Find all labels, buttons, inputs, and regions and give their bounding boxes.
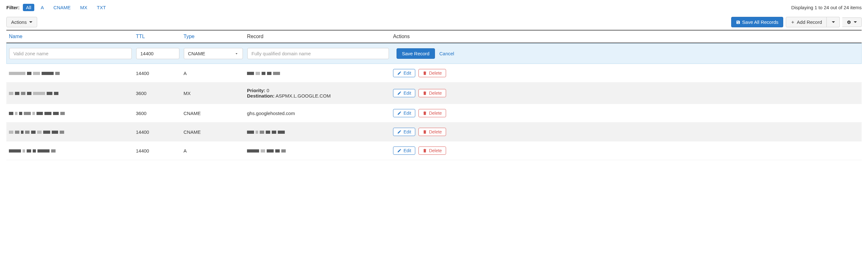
plus-icon: [790, 20, 795, 25]
delete-button[interactable]: Delete: [418, 89, 446, 97]
pencil-icon: [397, 91, 402, 95]
add-record-label: Add Record: [797, 20, 822, 25]
gear-icon: [847, 20, 851, 25]
save-all-records-button[interactable]: Save All Records: [731, 17, 783, 27]
cell-name: [9, 148, 136, 153]
cell-type: A: [184, 70, 247, 76]
priority-value: 0: [267, 88, 269, 93]
cell-type: CNAME: [184, 111, 247, 116]
save-icon: [736, 20, 740, 25]
column-record: Record: [247, 34, 393, 39]
cell-ttl: 14400: [136, 148, 184, 153]
table-row: 14400 A Edit Delete: [6, 64, 862, 83]
redacted-text: [9, 72, 60, 75]
delete-button[interactable]: Delete: [418, 109, 446, 117]
cell-ttl: 14400: [136, 70, 184, 76]
pencil-icon: [397, 148, 402, 153]
table-row: 3600 CNAME ghs.googlehosted.com Edit Del…: [6, 104, 862, 123]
column-type[interactable]: Type: [184, 34, 247, 39]
destination-label: Destination:: [247, 93, 275, 98]
delete-label: Delete: [429, 111, 442, 116]
delete-label: Delete: [429, 91, 442, 96]
trash-icon: [423, 91, 427, 95]
filter-group: Filter: All A CNAME MX TXT: [6, 4, 109, 11]
filter-txt[interactable]: TXT: [94, 4, 109, 11]
filter-mx[interactable]: MX: [77, 4, 91, 11]
edit-label: Edit: [404, 70, 411, 75]
edit-label: Edit: [404, 91, 411, 96]
actions-label: Actions: [11, 20, 27, 25]
column-name[interactable]: Name: [9, 34, 136, 39]
redacted-text: [9, 149, 56, 153]
redacted-text: [9, 92, 58, 95]
edit-button[interactable]: Edit: [393, 89, 415, 97]
cell-name: [9, 129, 136, 135]
redacted-text: [9, 112, 65, 115]
delete-label: Delete: [429, 129, 442, 134]
save-record-button[interactable]: Save Record: [397, 48, 435, 59]
redacted-text: [247, 149, 286, 153]
edit-button[interactable]: Edit: [393, 69, 415, 77]
edit-button[interactable]: Edit: [393, 128, 415, 136]
filter-a[interactable]: A: [37, 4, 47, 11]
delete-button[interactable]: Delete: [418, 147, 446, 155]
pencil-icon: [397, 71, 402, 75]
cell-name: [9, 111, 136, 116]
edit-button[interactable]: Edit: [393, 147, 415, 155]
edit-label: Edit: [404, 148, 411, 153]
cancel-link[interactable]: Cancel: [439, 51, 454, 56]
redacted-text: [247, 130, 285, 134]
cell-record: [247, 129, 393, 135]
delete-button[interactable]: Delete: [418, 69, 446, 77]
delete-label: Delete: [429, 70, 442, 75]
add-record-button[interactable]: Add Record: [786, 17, 827, 27]
trash-icon: [423, 148, 427, 153]
table-header: Name TTL Type Record Actions: [6, 31, 862, 43]
trash-icon: [423, 111, 427, 115]
cell-record: ghs.googlehosted.com: [247, 111, 393, 116]
table-row: 14400 CNAME Edit Delete: [6, 123, 862, 142]
chevron-down-icon: [234, 52, 239, 56]
pencil-icon: [397, 130, 402, 134]
filter-all[interactable]: All: [23, 4, 35, 11]
add-record-dropdown[interactable]: [827, 17, 840, 27]
caret-down-icon: [832, 21, 835, 23]
ttl-input[interactable]: [136, 48, 179, 59]
settings-button[interactable]: [842, 18, 862, 27]
cell-record: Priority: 0 Destination: ASPMX.L.GOOGLE.…: [247, 88, 393, 98]
cell-ttl: 3600: [136, 111, 184, 116]
redacted-text: [9, 130, 64, 134]
table-row: 3600 MX Priority: 0 Destination: ASPMX.L…: [6, 83, 862, 104]
destination-value: ASPMX.L.GOOGLE.COM: [276, 93, 331, 98]
caret-down-icon: [854, 21, 857, 23]
cell-type: CNAME: [184, 129, 247, 135]
name-input[interactable]: [9, 48, 132, 59]
delete-button[interactable]: Delete: [418, 128, 446, 136]
column-actions: Actions: [393, 34, 859, 39]
cell-record: [247, 148, 393, 153]
cell-type: MX: [184, 91, 247, 96]
priority-label: Priority:: [247, 88, 266, 93]
cell-type: A: [184, 148, 247, 153]
display-count: Displaying 1 to 24 out of 24 items: [791, 5, 862, 10]
edit-label: Edit: [404, 129, 411, 134]
cell-ttl: 14400: [136, 129, 184, 135]
trash-icon: [423, 130, 427, 134]
save-all-label: Save All Records: [742, 20, 778, 25]
filter-cname[interactable]: CNAME: [50, 4, 74, 11]
edit-button[interactable]: Edit: [393, 109, 415, 117]
actions-dropdown[interactable]: Actions: [6, 17, 37, 27]
edit-label: Edit: [404, 111, 411, 116]
caret-down-icon: [29, 21, 32, 23]
delete-label: Delete: [429, 148, 442, 153]
cell-name: [9, 91, 136, 96]
cell-name: [9, 70, 136, 76]
redacted-text: [247, 72, 280, 75]
save-record-label: Save Record: [402, 51, 430, 56]
trash-icon: [423, 71, 427, 75]
filter-label: Filter:: [6, 5, 20, 10]
type-select[interactable]: CNAME: [184, 48, 243, 59]
record-input[interactable]: [247, 48, 389, 59]
cell-record: [247, 70, 393, 76]
column-ttl[interactable]: TTL: [136, 34, 184, 39]
